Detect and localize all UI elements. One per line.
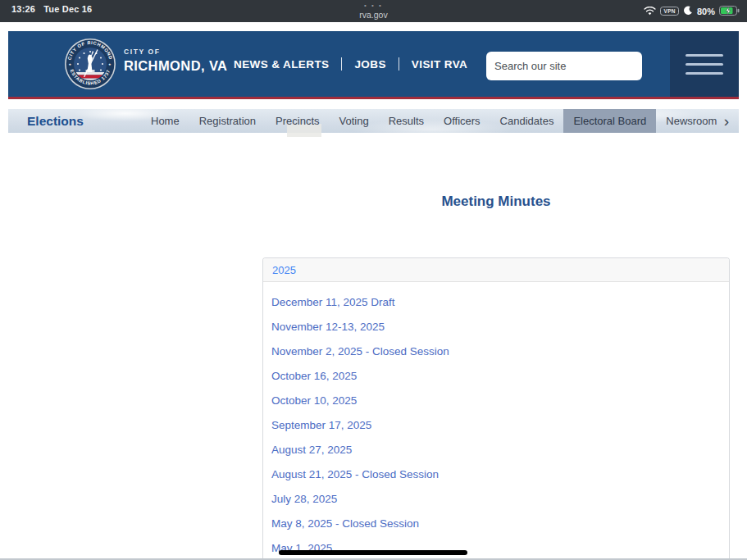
svg-text:★: ★ <box>69 62 72 66</box>
battery-percent: 80% <box>697 7 715 16</box>
nav-item[interactable]: Registration <box>189 109 266 133</box>
battery-charging-icon <box>719 4 740 19</box>
section-title-elections[interactable]: Elections <box>27 109 84 133</box>
browser-url-bar[interactable]: • • • rva.gov <box>0 0 747 20</box>
minutes-list: December 11, 2025 DraftNovember 12-13, 2… <box>263 282 729 560</box>
search-input[interactable] <box>486 52 642 80</box>
hamburger-menu-icon[interactable] <box>686 48 723 81</box>
nav-item[interactable]: Officers <box>434 109 490 133</box>
nav-items: HomeRegistrationPrecinctsVotingResultsOf… <box>141 109 727 133</box>
minutes-link[interactable]: August 21, 2025 - Closed Session <box>271 462 721 486</box>
site-header: CITY OF RICHMOND ESTABLISHED 1737 ★★ CIT… <box>8 31 739 97</box>
minutes-link[interactable]: October 16, 2025 <box>271 363 721 388</box>
ipad-screen: 13:26 Tue Dec 16 • • • rva.gov VPN 80% <box>0 0 747 560</box>
brand-city-of: CITY OF <box>124 48 227 56</box>
focus-moon-icon <box>683 4 693 19</box>
year-2025-link[interactable]: 2025 <box>272 264 296 276</box>
nav-item[interactable]: Precincts <box>266 109 329 133</box>
minutes-link[interactable]: November 2, 2025 - Closed Session <box>271 339 721 363</box>
nav-item[interactable]: Home <box>141 109 189 133</box>
richmond-city-seal[interactable]: CITY OF RICHMOND ESTABLISHED 1737 ★★ <box>64 38 116 90</box>
minutes-link[interactable]: September 17, 2025 <box>271 412 721 437</box>
nav-item[interactable]: Candidates <box>490 109 564 133</box>
home-indicator[interactable] <box>279 550 467 555</box>
header-link[interactable]: VISIT RVA <box>386 57 467 71</box>
header-links: NEWS & ALERTSJOBSVISIT RVA <box>234 31 467 97</box>
page-title: Meeting Minutes <box>262 193 730 210</box>
minutes-card: 2025 December 11, 2025 DraftNovember 12-… <box>262 257 730 560</box>
vpn-badge: VPN <box>660 7 679 16</box>
nav-item[interactable]: Results <box>379 109 434 133</box>
minutes-link[interactable]: May 8, 2025 - Closed Session <box>271 511 721 535</box>
menu-panel <box>670 31 739 97</box>
header-link[interactable]: NEWS & ALERTS <box>234 58 329 71</box>
nav-item[interactable]: Electoral Board <box>563 109 656 133</box>
minutes-link[interactable]: November 12-13, 2025 <box>271 314 721 339</box>
minutes-link[interactable]: December 11, 2025 Draft <box>271 289 721 314</box>
header-accent-rule <box>8 97 739 99</box>
minutes-link[interactable]: October 10, 2025 <box>271 388 721 412</box>
nav-more-chevron-icon[interactable]: › <box>724 109 729 133</box>
page-options-dots-icon[interactable]: • • • <box>0 2 747 9</box>
svg-text:★: ★ <box>108 62 112 66</box>
minutes-link[interactable]: July 28, 2025 <box>271 486 721 511</box>
site-search <box>486 52 642 80</box>
nav-item[interactable]: Voting <box>330 109 379 133</box>
section-nav: Elections HomeRegistrationPrecinctsVotin… <box>8 109 739 133</box>
url-text[interactable]: rva.gov <box>0 10 747 20</box>
minutes-card-header: 2025 <box>263 258 729 282</box>
status-icons: VPN 80% <box>644 0 740 22</box>
nav-item[interactable]: Newsroom <box>656 109 727 133</box>
minutes-link[interactable]: August 27, 2025 <box>271 437 721 462</box>
header-link[interactable]: JOBS <box>329 57 385 71</box>
wifi-icon <box>644 4 656 19</box>
site-brand[interactable]: CITY OF RICHMOND, VA <box>124 48 227 74</box>
brand-city-name: RICHMOND, VA <box>124 58 227 74</box>
minutes-link[interactable]: May 1, 2025 <box>271 535 721 560</box>
status-bar: 13:26 Tue Dec 16 • • • rva.gov VPN 80% <box>0 0 747 22</box>
